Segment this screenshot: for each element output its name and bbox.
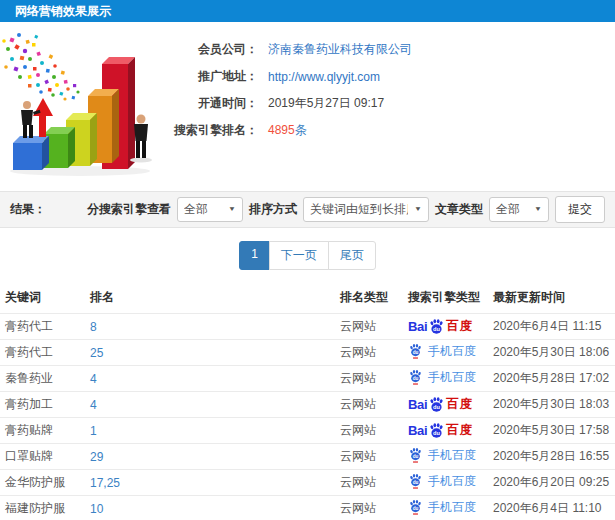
- baidu-logo-bai-text: Bai: [408, 319, 427, 334]
- update-time-cell: 2020年6月20日 09:25: [488, 470, 615, 496]
- engine-type-cell: Bai du 百度: [403, 418, 488, 444]
- update-time-cell: 2020年5月28日 17:02: [488, 366, 615, 392]
- engine-type-cell: du 手机百度: [403, 470, 488, 496]
- submit-button[interactable]: 提交: [555, 196, 605, 223]
- chevron-down-icon: ▼: [534, 206, 542, 213]
- keyword-cell: 金华防护服: [0, 470, 85, 496]
- header-update-time: 最新更新时间: [488, 282, 615, 314]
- rank-link[interactable]: 17,25: [90, 476, 120, 490]
- chevron-down-icon: ▼: [228, 206, 236, 213]
- rank-link[interactable]: 10: [90, 502, 103, 516]
- article-type-label: 文章类型: [435, 201, 483, 218]
- rank-type-cell: 云网站: [335, 496, 403, 520]
- keyword-cell: 膏药加工: [0, 392, 85, 418]
- rank-count-label: 搜索引擎排名：: [170, 122, 258, 139]
- update-time-cell: 2020年6月4日 11:15: [488, 314, 615, 340]
- update-time-cell: 2020年6月4日 11:10: [488, 496, 615, 520]
- info-row-company: 会员公司： 济南秦鲁药业科技有限公司: [170, 36, 412, 63]
- svg-text:du: du: [433, 326, 440, 332]
- engine-type-cell: du 手机百度: [403, 366, 488, 392]
- rank-cell: 4: [85, 366, 335, 392]
- keyword-cell: 膏药代工: [0, 314, 85, 340]
- keyword-cell: 福建防护服: [0, 496, 85, 520]
- rank-type-cell: 云网站: [335, 444, 403, 470]
- baidu-logo-cn-text: 百度: [446, 396, 473, 413]
- svg-text:du: du: [413, 506, 419, 511]
- next-page-button[interactable]: 下一页: [269, 241, 329, 270]
- rank-link[interactable]: 1: [90, 424, 97, 438]
- businessman-left: [21, 101, 41, 138]
- filter-bar: 结果： 分搜索引擎查看 全部 ▼ 排序方式 关键词由短到长排序 ▼ 文章类型 全…: [0, 191, 615, 228]
- baidu-paw-icon: du: [428, 422, 445, 439]
- filter-controls: 分搜索引擎查看 全部 ▼ 排序方式 关键词由短到长排序 ▼ 文章类型 全部 ▼ …: [87, 196, 605, 223]
- rank-link[interactable]: 8: [90, 320, 97, 334]
- engine-type-cell: du 手机百度: [403, 340, 488, 366]
- header-rank: 排名: [85, 282, 335, 314]
- engine-type-cell: du 手机百度: [403, 496, 488, 520]
- rank-count-value: 4895条: [268, 122, 307, 139]
- rank-link[interactable]: 4: [90, 398, 97, 412]
- company-link[interactable]: 济南秦鲁药业科技有限公司: [268, 41, 412, 58]
- engine-filter-label: 分搜索引擎查看: [87, 201, 171, 218]
- mobile-baidu-label: du 手机百度: [408, 447, 476, 464]
- company-label: 会员公司：: [170, 41, 258, 58]
- mobile-baidu-paw-icon: du: [408, 473, 423, 489]
- mobile-baidu-text: 手机百度: [428, 499, 476, 516]
- results-table: 关键词 排名 排名类型 搜索引擎类型 最新更新时间 膏药代工 8 云网站 Bai…: [0, 282, 615, 520]
- update-time-cell: 2020年5月30日 18:06: [488, 340, 615, 366]
- svg-text:du: du: [433, 404, 440, 410]
- table-row: 金华防护服 17,25 云网站 du 手机百度 2020年6月20日 09:25: [0, 470, 615, 496]
- update-time-cell: 2020年5月28日 16:55: [488, 444, 615, 470]
- baidu-logo-bai-text: Bai: [408, 397, 427, 412]
- rank-link[interactable]: 29: [90, 450, 103, 464]
- mobile-baidu-paw-icon: du: [408, 369, 423, 385]
- rank-cell: 8: [85, 314, 335, 340]
- rank-link[interactable]: 25: [90, 346, 103, 360]
- rank-type-cell: 云网站: [335, 418, 403, 444]
- engine-type-cell: Bai du 百度: [403, 392, 488, 418]
- window-title-bar: 网络营销效果展示: [0, 0, 615, 22]
- page-1-button[interactable]: 1: [239, 241, 270, 270]
- keyword-cell: 膏药贴牌: [0, 418, 85, 444]
- keyword-cell: 口罩贴牌: [0, 444, 85, 470]
- mobile-baidu-label: du 手机百度: [408, 369, 476, 386]
- rank-cell: 25: [85, 340, 335, 366]
- member-info-section: 会员公司： 济南秦鲁药业科技有限公司 推广地址： http://www.qlyy…: [0, 22, 615, 191]
- rank-type-cell: 云网站: [335, 340, 403, 366]
- mobile-baidu-text: 手机百度: [428, 447, 476, 464]
- promo-url-link[interactable]: http://www.qlyyjt.com: [268, 70, 380, 84]
- results-table-body: 膏药代工 8 云网站 Bai du 百度 2020年6月4日 11:15 膏药代…: [0, 314, 615, 520]
- sort-value: 关键词由短到长排序: [310, 201, 408, 218]
- mobile-baidu-text: 手机百度: [428, 369, 476, 386]
- confetti-dots: [2, 33, 79, 101]
- rank-link[interactable]: 4: [90, 372, 97, 386]
- last-page-button[interactable]: 尾页: [328, 241, 376, 270]
- table-row: 膏药加工 4 云网站 Bai du 百度 2020年5月30日 18:03: [0, 392, 615, 418]
- table-row: 福建防护服 10 云网站 du 手机百度 2020年6月4日 11:10: [0, 496, 615, 520]
- engine-filter-select[interactable]: 全部 ▼: [177, 197, 243, 222]
- svg-text:du: du: [413, 454, 419, 459]
- info-row-open-time: 开通时间： 2019年5月27日 09:17: [170, 90, 412, 117]
- mobile-baidu-paw-icon: du: [408, 499, 423, 515]
- member-info-fields: 会员公司： 济南秦鲁药业科技有限公司 推广地址： http://www.qlyy…: [170, 36, 412, 144]
- table-row: 膏药代工 8 云网站 Bai du 百度 2020年6月4日 11:15: [0, 314, 615, 340]
- header-rank-type: 排名类型: [335, 282, 403, 314]
- chevron-down-icon: ▼: [414, 206, 422, 213]
- mobile-baidu-text: 手机百度: [428, 343, 476, 360]
- mobile-baidu-paw-icon: du: [408, 343, 423, 359]
- engine-filter-value: 全部: [184, 201, 222, 218]
- svg-text:du: du: [413, 480, 419, 485]
- engine-type-cell: Bai du 百度: [403, 314, 488, 340]
- sort-label: 排序方式: [249, 201, 297, 218]
- growth-bar-chart-illustration: [0, 28, 172, 180]
- pagination: 1 下一页 尾页: [239, 241, 376, 270]
- bar-blue: [13, 136, 49, 170]
- open-time-value: 2019年5月27日 09:17: [268, 95, 384, 112]
- rank-count-suffix: 条: [295, 123, 307, 137]
- rank-type-cell: 云网站: [335, 470, 403, 496]
- engine-type-cell: du 手机百度: [403, 444, 488, 470]
- sort-select[interactable]: 关键词由短到长排序 ▼: [303, 197, 429, 222]
- rank-cell: 1: [85, 418, 335, 444]
- svg-text:du: du: [433, 430, 440, 436]
- article-type-select[interactable]: 全部 ▼: [489, 197, 549, 222]
